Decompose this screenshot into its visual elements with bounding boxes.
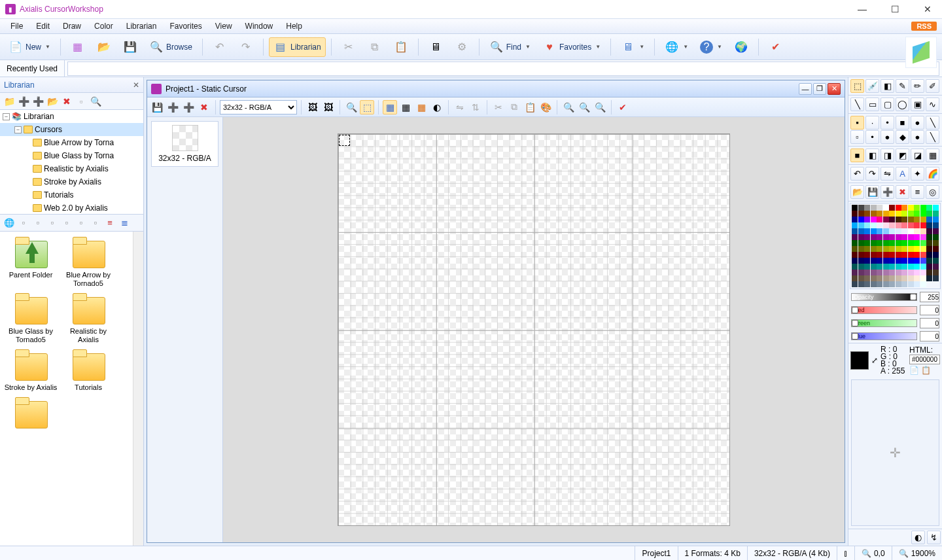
color-swatch[interactable] (858, 246, 864, 252)
opacity-value[interactable] (920, 292, 939, 302)
lib-add-button[interactable]: ➕ (31, 95, 44, 108)
brush-8[interactable]: • (865, 130, 879, 144)
color-swatch[interactable] (858, 205, 864, 211)
select-tool[interactable]: ⬚ (850, 79, 864, 93)
color-swatch[interactable] (864, 217, 870, 222)
color-swatch[interactable] (914, 270, 920, 275)
brush-11[interactable]: ● (911, 130, 924, 144)
color-swatch[interactable] (852, 258, 858, 264)
files-btn[interactable]: ▫ (17, 217, 30, 230)
undo-button[interactable]: ↶ (208, 37, 232, 57)
color-swatch[interactable] (914, 252, 920, 258)
color-swatch[interactable] (871, 205, 877, 211)
tree-item[interactable]: Realistic by Axialis (44, 164, 109, 173)
opacity-slider[interactable]: Opacity (848, 290, 942, 304)
file-item[interactable]: Blue Glass by Tornado5 (3, 290, 59, 345)
lib-more-button[interactable]: ▫ (75, 95, 88, 108)
color-swatch[interactable] (877, 211, 882, 217)
color-swatch[interactable] (871, 234, 877, 240)
color-swatch[interactable] (920, 211, 926, 217)
color-swatch[interactable] (914, 281, 920, 287)
rotate-cw[interactable]: ↷ (865, 167, 879, 181)
file-item[interactable] (3, 394, 59, 432)
doc-grid1-button[interactable]: ▦ (383, 100, 397, 114)
color-swatch[interactable] (926, 275, 932, 281)
file-item[interactable]: Parent Folder (3, 234, 59, 289)
color-swatch[interactable] (933, 246, 939, 252)
file-item[interactable]: Blue Arrow by Tornado5 (60, 234, 116, 289)
color-swatch[interactable] (889, 281, 895, 287)
color-swatch[interactable] (914, 211, 920, 217)
color-swatch[interactable] (877, 281, 882, 287)
color-swatch[interactable] (920, 270, 926, 275)
color-swatch[interactable] (920, 217, 926, 222)
maximize-button[interactable]: ☐ (886, 3, 904, 16)
color-swatch[interactable] (877, 240, 882, 246)
favorites-button[interactable]: ♥Favorites▼ (538, 37, 605, 57)
color-swatch[interactable] (852, 281, 858, 287)
color-swatch[interactable] (877, 234, 882, 240)
color-swatch[interactable] (908, 281, 914, 287)
color-swatch[interactable] (858, 240, 864, 246)
color-swatch[interactable] (908, 275, 914, 281)
color-swatch[interactable] (889, 228, 895, 234)
color-swatch[interactable] (926, 234, 932, 240)
expand-icon[interactable]: − (14, 126, 22, 133)
copy-html-button[interactable]: 📄 (909, 366, 919, 375)
slider-handle[interactable] (910, 294, 916, 300)
color-swatch[interactable] (914, 240, 920, 246)
color-swatch[interactable] (896, 228, 901, 234)
color-swatch[interactable] (852, 234, 858, 240)
tree-item[interactable]: Tutorials (44, 190, 74, 200)
open-button[interactable]: ▦ (66, 37, 90, 57)
color-swatch[interactable] (926, 258, 932, 264)
format-list[interactable]: 32x32 - RGB/A (147, 117, 223, 542)
color-swatch[interactable] (896, 211, 901, 217)
color-swatch[interactable] (926, 217, 932, 222)
color-swatch[interactable] (896, 234, 901, 240)
color-swatch[interactable] (901, 258, 907, 264)
color-swatch[interactable] (871, 222, 877, 228)
brush-2[interactable]: · (865, 116, 879, 130)
file-item[interactable]: Stroke by Axialis (3, 347, 59, 393)
librarian-tree[interactable]: −📚Librarian −Cursors Blue Arrow by Torna… (0, 110, 143, 215)
color-swatch[interactable] (914, 205, 920, 211)
3drect-tool[interactable]: ▣ (911, 97, 924, 111)
color-swatch[interactable] (933, 222, 939, 228)
color-swatch[interactable] (901, 217, 907, 222)
green-slider[interactable]: Green (848, 317, 942, 330)
tree-item[interactable]: Blue Arrow by Torna (44, 138, 114, 147)
lib-search-button[interactable]: 🔍 (89, 95, 102, 108)
color-swatch[interactable] (920, 228, 926, 234)
color-swatch[interactable] (896, 270, 901, 275)
color-swatch[interactable] (901, 222, 907, 228)
color-swatch[interactable] (920, 275, 926, 281)
color-swatch[interactable] (864, 211, 870, 217)
color-swatch[interactable] (920, 246, 926, 252)
lib-delete-button[interactable]: ✖ (60, 95, 73, 108)
color-swatch[interactable] (858, 275, 864, 281)
tree-item[interactable]: Blue Glass by Torna (44, 151, 114, 160)
color-swatch[interactable] (877, 264, 882, 270)
color-swatch[interactable] (908, 222, 914, 228)
color-swatch[interactable] (852, 270, 858, 275)
slider-handle[interactable] (852, 333, 858, 340)
color-swatch[interactable] (858, 252, 864, 258)
doc-zoomin-button[interactable]: 🔍 (561, 100, 576, 114)
color-swatch[interactable] (933, 270, 939, 275)
tree-item[interactable]: Stroke by Axialis (44, 177, 101, 186)
color-swatch[interactable] (864, 222, 870, 228)
panel-close-button[interactable]: ✕ (133, 80, 139, 90)
close-button[interactable]: ✕ (918, 3, 937, 16)
color-swatch[interactable] (883, 228, 889, 234)
doc-flipv-button[interactable]: ⇅ (468, 100, 483, 114)
color-swatch[interactable] (871, 252, 877, 258)
screenshot-button[interactable]: 🖥 (424, 37, 447, 57)
expand-icon[interactable]: − (3, 113, 10, 120)
cut-button[interactable]: ✂ (337, 37, 360, 57)
canvas-viewport[interactable] (223, 117, 845, 542)
color-swatch[interactable] (852, 222, 858, 228)
text-tool[interactable]: A (896, 167, 909, 181)
flip-h[interactable]: ⇋ (881, 167, 894, 181)
color-swatch[interactable] (926, 228, 932, 234)
